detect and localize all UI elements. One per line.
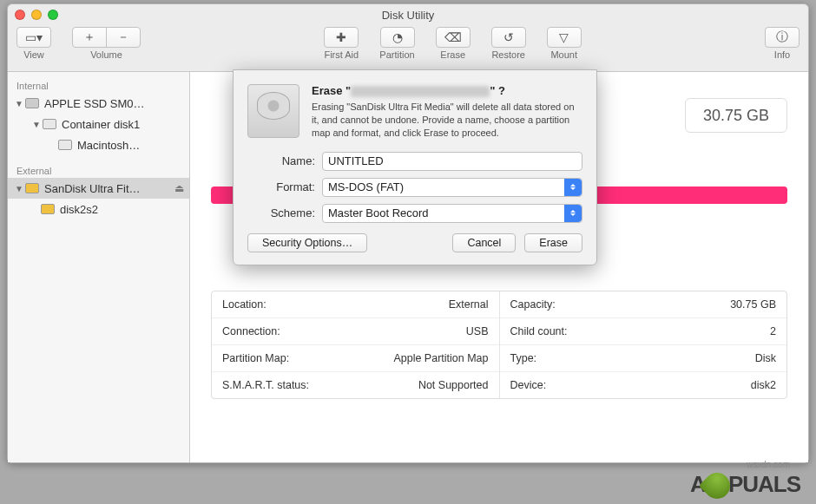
sidebar-icon: ▭▾ bbox=[25, 30, 43, 44]
info-row-child-count: Child count:2 bbox=[500, 318, 787, 345]
minimize-window-button[interactable] bbox=[31, 10, 42, 20]
sidebar-item-disk2s2[interactable]: disk2s2 bbox=[8, 199, 189, 219]
first-aid-label: First Aid bbox=[324, 49, 359, 60]
volume-add-button[interactable]: ＋ bbox=[72, 27, 107, 48]
brand-letters-rest: PUALS bbox=[728, 471, 800, 497]
sidebar-item-container[interactable]: ▼ Container disk1 bbox=[8, 114, 189, 134]
sidebar-item-sandisk[interactable]: ▼ SanDisk Ultra Fit… ⏏ bbox=[8, 178, 189, 199]
sidebar-item-label: APPLE SSD SM0… bbox=[44, 97, 145, 110]
restore-icon: ↺ bbox=[503, 30, 514, 44]
container-icon bbox=[43, 119, 56, 129]
capacity-summary: 30.75 GB bbox=[685, 98, 787, 133]
zoom-window-button[interactable] bbox=[48, 10, 58, 20]
view-label: View bbox=[23, 49, 44, 60]
format-select[interactable]: MS-DOS (FAT) bbox=[322, 178, 582, 197]
source-watermark-text: wsxdn.com bbox=[747, 460, 790, 469]
first-aid-button[interactable]: ✚ bbox=[324, 27, 359, 48]
eject-icon[interactable]: ⏏ bbox=[174, 182, 184, 194]
erase-confirm-button[interactable]: Erase bbox=[524, 233, 582, 252]
restore-button[interactable]: ↺ bbox=[491, 27, 526, 48]
view-button[interactable]: ▭▾ bbox=[16, 27, 51, 48]
info-value: USB bbox=[466, 325, 489, 337]
info-key: Capacity: bbox=[510, 298, 556, 311]
partition-icon: ◔ bbox=[392, 30, 403, 44]
mount-button[interactable]: ▽ bbox=[547, 27, 582, 48]
disclosure-triangle-icon[interactable]: ▼ bbox=[15, 184, 23, 193]
info-value: Disk bbox=[755, 352, 776, 364]
info-key: Connection: bbox=[222, 325, 280, 337]
erase-form: Name: UNTITLED Format: MS-DOS (FAT) Sche… bbox=[247, 152, 582, 223]
sidebar-item-label: Macintosh… bbox=[77, 139, 140, 152]
format-label: Format: bbox=[247, 180, 315, 193]
info-value: 2 bbox=[770, 325, 776, 337]
sheet-title-redacted bbox=[351, 86, 490, 97]
info-value: Apple Partition Map bbox=[393, 352, 488, 364]
sidebar: Internal ▼ APPLE SSD SM0… ▼ Container di… bbox=[8, 72, 190, 462]
info-value: disk2 bbox=[751, 379, 776, 391]
disclosure-triangle-icon[interactable]: ▼ bbox=[32, 120, 41, 129]
partition-button[interactable]: ◔ bbox=[380, 27, 415, 48]
info-value: 30.75 GB bbox=[730, 298, 776, 311]
chevron-up-down-icon bbox=[564, 205, 582, 222]
info-icon: ⓘ bbox=[776, 29, 788, 45]
erase-button[interactable]: ⌫ bbox=[436, 27, 471, 48]
window-title: Disk Utility bbox=[8, 9, 808, 22]
volume-label: Volume bbox=[90, 49, 122, 60]
close-window-button[interactable] bbox=[15, 10, 25, 20]
sheet-title-suffix: " ? bbox=[490, 84, 505, 97]
external-disk-icon bbox=[25, 183, 39, 193]
sidebar-item-macintosh[interactable]: Macintosh… bbox=[8, 134, 189, 155]
disclosure-triangle-icon[interactable]: ▼ bbox=[15, 99, 23, 108]
info-row-capacity: Capacity:30.75 GB bbox=[500, 291, 787, 318]
disk-large-icon bbox=[247, 84, 299, 138]
sidebar-header-internal: Internal bbox=[8, 77, 189, 93]
erase-icon: ⌫ bbox=[444, 30, 462, 44]
info-row-partition-map: Partition Map:Apple Partition Map bbox=[212, 345, 499, 372]
info-key: Location: bbox=[222, 298, 267, 311]
info-value: External bbox=[449, 298, 489, 311]
sheet-title-prefix: Erase " bbox=[312, 84, 351, 97]
info-label: Info bbox=[774, 49, 790, 60]
info-key: S.M.A.R.T. status: bbox=[222, 379, 309, 391]
scheme-label: Scheme: bbox=[247, 206, 315, 219]
info-key: Device: bbox=[510, 379, 547, 391]
partition-label: Partition bbox=[379, 49, 414, 60]
info-key: Partition Map: bbox=[222, 352, 289, 364]
toolbar: ▭▾ View ＋ － Volume ✚First Aid ◔Partition… bbox=[8, 25, 808, 72]
sidebar-item-label: disk2s2 bbox=[60, 203, 98, 216]
scheme-select[interactable]: Master Boot Record bbox=[322, 204, 582, 223]
scheme-select-value: Master Boot Record bbox=[328, 206, 429, 219]
traffic-lights bbox=[15, 10, 58, 20]
name-label: Name: bbox=[247, 154, 315, 167]
info-row-connection: Connection:USB bbox=[212, 318, 499, 345]
security-options-button[interactable]: Security Options… bbox=[247, 233, 367, 252]
info-row-type: Type:Disk bbox=[500, 345, 787, 372]
info-row-device: Device:disk2 bbox=[500, 372, 787, 398]
external-volume-icon bbox=[41, 204, 55, 214]
format-select-value: MS-DOS (FAT) bbox=[328, 180, 404, 193]
info-key: Child count: bbox=[510, 325, 568, 337]
sheet-title: Erase "" ? bbox=[312, 84, 582, 97]
disk-info-table: Location:External Connection:USB Partiti… bbox=[211, 291, 787, 399]
erase-sheet-dialog: Erase "" ? Erasing "SanDisk Ultra Fit Me… bbox=[233, 69, 597, 265]
mount-icon: ▽ bbox=[559, 30, 569, 44]
volume-remove-button[interactable]: － bbox=[106, 27, 141, 48]
volume-icon bbox=[58, 140, 72, 150]
titlebar: Disk Utility bbox=[8, 4, 808, 25]
name-input[interactable]: UNTITLED bbox=[322, 152, 582, 171]
mount-label: Mount bbox=[550, 49, 577, 60]
sidebar-header-external: External bbox=[8, 162, 189, 178]
volume-group: ＋ － Volume bbox=[72, 27, 141, 60]
restore-label: Restore bbox=[491, 49, 525, 60]
info-button[interactable]: ⓘ bbox=[765, 27, 800, 48]
sidebar-item-label: Container disk1 bbox=[62, 118, 140, 131]
sidebar-item-ssd[interactable]: ▼ APPLE SSD SM0… bbox=[8, 93, 189, 114]
first-aid-icon: ✚ bbox=[336, 30, 346, 44]
sheet-description: Erasing "SanDisk Ultra Fit Media" will d… bbox=[312, 101, 582, 140]
info-row-smart: S.M.A.R.T. status:Not Supported bbox=[212, 372, 499, 398]
cancel-button[interactable]: Cancel bbox=[452, 233, 516, 252]
volume-add-icon: ＋ bbox=[83, 29, 95, 45]
view-group: ▭▾ View bbox=[16, 27, 51, 60]
disk-icon bbox=[25, 98, 39, 108]
chevron-up-down-icon bbox=[564, 179, 582, 196]
